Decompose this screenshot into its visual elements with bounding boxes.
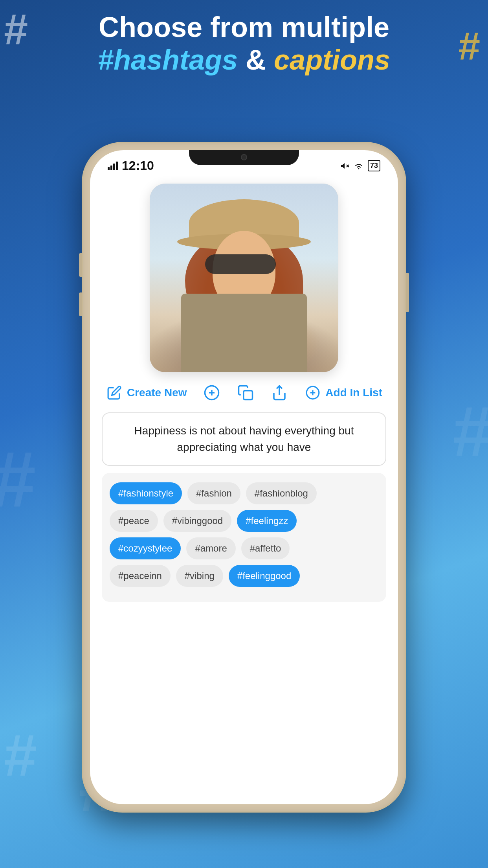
share-button[interactable] <box>271 384 288 401</box>
add-list-icon <box>304 384 321 401</box>
add-in-list-button[interactable]: Add In List <box>304 384 382 401</box>
create-new-button[interactable]: Create New <box>106 384 187 401</box>
hashtag-peace[interactable]: #peace <box>110 510 158 532</box>
header-amp: & <box>246 44 274 75</box>
photo-inner <box>150 184 338 372</box>
hashtags-container: #fashionstyle #fashion #fashionblog #pea… <box>102 473 386 602</box>
hashtag-affetto[interactable]: #affetto <box>241 537 290 559</box>
edit-icon <box>106 384 123 401</box>
hashtag-row-4: #peaceinn #vibing #feelinggood <box>110 565 378 587</box>
hashtag-row-1: #fashionstyle #fashion #fashionblog <box>110 482 378 504</box>
hashtag-row-2: #peace #vibinggood #feelingzz <box>110 510 378 532</box>
camera <box>241 154 247 160</box>
hashtag-feelinggood[interactable]: #feelinggood <box>229 565 300 587</box>
volume-up-button[interactable] <box>79 253 82 277</box>
fashion-photo <box>150 184 338 372</box>
header-hashtags: #hashtags <box>98 44 238 75</box>
hashtag-cozyystylee[interactable]: #cozyystylee <box>110 537 181 559</box>
header-captions: captions <box>274 44 390 75</box>
header-text: Choose from multiple #hashtags & caption… <box>0 12 488 77</box>
wifi-icon <box>354 162 364 170</box>
volume-down-button[interactable] <box>79 292 82 316</box>
create-new-label: Create New <box>127 386 187 399</box>
status-icons: 73 <box>340 160 380 171</box>
caption-text: Happiness is not about having everything… <box>114 423 374 456</box>
hashtag-vibing[interactable]: #vibing <box>176 565 223 587</box>
status-time: 12:10 <box>122 158 154 173</box>
copy-button[interactable] <box>237 384 254 401</box>
add-in-list-label: Add In List <box>325 386 382 399</box>
notch <box>189 150 299 165</box>
bg-hash-bl: # <box>4 721 37 789</box>
svg-rect-2 <box>113 164 115 170</box>
hashtag-vibinggood[interactable]: #vibinggood <box>163 510 231 532</box>
jacket-shape <box>181 294 307 372</box>
svg-rect-9 <box>244 391 253 400</box>
bg-hash-mr: # <box>453 391 488 472</box>
phone-frame: 12:10 73 <box>83 143 405 811</box>
bg-hash-ml: # <box>0 434 36 524</box>
svg-rect-0 <box>108 167 110 170</box>
hashtag-fashionstyle[interactable]: #fashionstyle <box>110 482 182 504</box>
hashtag-feelingzz[interactable]: #feelingzz <box>237 510 297 532</box>
svg-rect-3 <box>116 162 118 170</box>
hashtag-amore[interactable]: #amore <box>186 537 235 559</box>
add-button[interactable] <box>203 384 220 401</box>
power-button[interactable] <box>406 273 409 312</box>
svg-rect-1 <box>110 166 112 170</box>
app-content: Create New <box>90 176 398 614</box>
header-line1: Choose from multiple <box>8 12 480 43</box>
phone-screen: 12:10 73 <box>90 150 398 804</box>
mute-icon <box>340 161 350 171</box>
caption-box: Happiness is not about having everything… <box>102 412 386 466</box>
photo-container <box>102 184 386 372</box>
signal-icon <box>108 162 119 170</box>
hashtag-peaceinn[interactable]: #peaceinn <box>110 565 171 587</box>
battery-indicator: 73 <box>368 160 380 171</box>
sunglasses-shape <box>205 254 276 274</box>
hashtag-fashion[interactable]: #fashion <box>187 482 240 504</box>
hashtag-fashionblog[interactable]: #fashionblog <box>246 482 317 504</box>
action-row: Create New <box>102 380 386 405</box>
hashtag-row-3: #cozyystylee #amore #affetto <box>110 537 378 559</box>
